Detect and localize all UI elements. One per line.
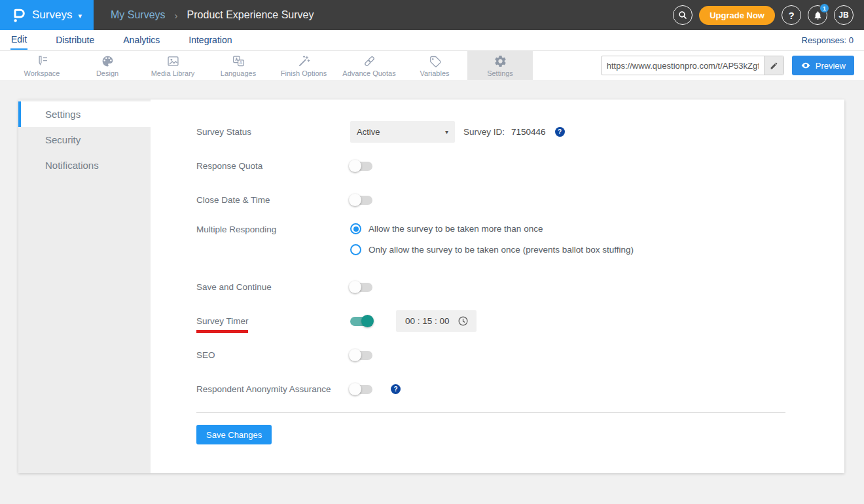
survey-timer-value: 00 : 15 : 00 bbox=[405, 316, 450, 326]
settings-sidebar: Settings Security Notifications bbox=[18, 99, 151, 473]
tag-icon bbox=[428, 54, 442, 68]
search-button[interactable] bbox=[673, 5, 693, 25]
form-divider bbox=[196, 412, 785, 413]
row-save-and-continue: Save and Continue bbox=[196, 276, 844, 298]
toolbar-item-settings[interactable]: Settings bbox=[467, 51, 533, 80]
row-multiple-responding: Multiple Responding Allow the survey to … bbox=[196, 223, 844, 255]
header-actions: Upgrade Now ? 1 JB bbox=[673, 0, 864, 30]
app-switcher[interactable]: Surveys ▾ bbox=[0, 0, 94, 30]
survey-timer-label: Survey Timer bbox=[196, 316, 350, 326]
eye-icon bbox=[801, 60, 811, 71]
toolbar-label: Design bbox=[96, 69, 118, 77]
radio-option-allow-multiple[interactable]: Allow the survey to be taken more than o… bbox=[350, 223, 634, 234]
row-survey-timer: Survey Timer 00 : 15 : 00 bbox=[196, 310, 844, 332]
toolbar-item-advance-quotas[interactable]: Advance Quotas bbox=[336, 51, 402, 80]
notification-count-badge: 1 bbox=[819, 3, 829, 13]
survey-id-meta: Survey ID: 7150446 ? bbox=[463, 127, 565, 137]
survey-status-dropdown[interactable]: Active ▾ bbox=[350, 121, 455, 143]
sidebar-item-settings[interactable]: Settings bbox=[18, 101, 151, 127]
survey-url-input[interactable] bbox=[602, 61, 764, 71]
toolbar-label: Workspace bbox=[24, 69, 60, 77]
search-icon bbox=[677, 10, 688, 20]
radio-option-label: Allow the survey to be taken more than o… bbox=[369, 224, 543, 234]
sidebar-item-notifications[interactable]: Notifications bbox=[18, 153, 151, 178]
survey-timer-duration-field[interactable]: 00 : 15 : 00 bbox=[396, 310, 477, 332]
respondent-anonymity-label: Respondent Anonymity Assurance bbox=[196, 384, 350, 394]
edit-url-button[interactable] bbox=[764, 56, 783, 75]
upgrade-now-button[interactable]: Upgrade Now bbox=[699, 6, 775, 25]
magic-wand-icon bbox=[297, 54, 311, 68]
close-date-label: Close Date & Time bbox=[196, 195, 350, 205]
survey-timer-toggle[interactable] bbox=[350, 317, 372, 326]
pencil-icon bbox=[770, 62, 778, 70]
breadcrumb-my-surveys[interactable]: My Surveys bbox=[111, 9, 166, 21]
row-close-date: Close Date & Time bbox=[196, 189, 844, 211]
toolbar-item-finish-options[interactable]: Finish Options bbox=[271, 51, 336, 80]
responses-count: Responses: 0 bbox=[802, 35, 854, 45]
toolbar-right: Preview bbox=[601, 51, 864, 80]
multiple-responding-label: Multiple Responding bbox=[196, 225, 350, 234]
survey-id-help-icon[interactable]: ? bbox=[555, 127, 565, 137]
question-mark-icon: ? bbox=[788, 10, 794, 21]
preview-button[interactable]: Preview bbox=[792, 56, 854, 75]
response-quota-toggle[interactable] bbox=[350, 162, 372, 171]
survey-status-label: Survey Status bbox=[196, 127, 350, 137]
palette-icon bbox=[101, 54, 115, 68]
survey-id-value: 7150446 bbox=[511, 127, 546, 137]
toolbar-item-variables[interactable]: Variables bbox=[402, 51, 467, 80]
chevron-down-icon: ▾ bbox=[445, 128, 448, 135]
respondent-anonymity-toggle[interactable] bbox=[350, 385, 372, 394]
avatar[interactable]: JB bbox=[834, 5, 854, 25]
toolbar-item-workspace[interactable]: Workspace bbox=[9, 51, 75, 80]
breadcrumb-separator-icon: › bbox=[175, 10, 178, 21]
survey-timer-label-text: Survey Timer bbox=[196, 316, 249, 326]
notifications-button[interactable]: 1 bbox=[808, 5, 827, 25]
save-and-continue-toggle[interactable] bbox=[350, 283, 372, 292]
respondent-anonymity-help-icon[interactable]: ? bbox=[391, 384, 401, 394]
radio-option-only-once[interactable]: Only allow the survey to be taken once (… bbox=[350, 244, 634, 255]
row-seo: SEO bbox=[196, 344, 844, 366]
toolbar-label: Advance Quotas bbox=[342, 69, 395, 77]
seo-label: SEO bbox=[196, 350, 350, 360]
breadcrumb-current-survey: Product Experience Survey bbox=[187, 9, 314, 21]
breadcrumb: My Surveys › Product Experience Survey bbox=[111, 0, 314, 30]
workspace-icon bbox=[35, 54, 49, 68]
sidebar-item-security[interactable]: Security bbox=[18, 127, 151, 153]
toolbar-item-design[interactable]: Design bbox=[75, 51, 140, 80]
sidebar-item-label: Settings bbox=[45, 109, 81, 120]
gear-icon bbox=[494, 54, 507, 68]
questionpro-logo-icon bbox=[12, 7, 26, 24]
tab-integration[interactable]: Integration bbox=[188, 31, 232, 49]
toolbar-label: Variables bbox=[420, 69, 449, 77]
sidebar-item-label: Notifications bbox=[45, 160, 99, 171]
settings-form: Survey Status Active ▾ Survey ID: 715044… bbox=[151, 99, 844, 473]
save-changes-button[interactable]: Save Changes bbox=[196, 425, 272, 444]
chain-link-icon bbox=[363, 54, 376, 68]
red-annotation-underline bbox=[196, 330, 248, 333]
survey-url-box bbox=[601, 56, 784, 75]
tab-edit[interactable]: Edit bbox=[10, 31, 27, 50]
multiple-responding-options: Allow the survey to be taken more than o… bbox=[350, 223, 634, 255]
translate-icon: A bbox=[232, 54, 245, 68]
sidebar-item-label: Security bbox=[45, 134, 81, 145]
image-icon bbox=[166, 54, 180, 68]
response-quota-label: Response Quota bbox=[196, 161, 350, 171]
radio-option-label: Only allow the survey to be taken once (… bbox=[369, 245, 634, 255]
seo-toggle[interactable] bbox=[350, 351, 372, 360]
tab-distribute[interactable]: Distribute bbox=[55, 31, 95, 49]
tab-analytics[interactable]: Analytics bbox=[122, 31, 160, 49]
radio-button[interactable] bbox=[350, 244, 361, 255]
top-header: Surveys ▾ My Surveys › Product Experienc… bbox=[0, 0, 864, 30]
toolbar-item-languages[interactable]: A Languages bbox=[206, 51, 271, 80]
close-date-toggle[interactable] bbox=[350, 196, 372, 205]
svg-text:A: A bbox=[239, 60, 242, 65]
survey-id-label: Survey ID: bbox=[463, 127, 505, 137]
row-survey-status: Survey Status Active ▾ Survey ID: 715044… bbox=[196, 121, 844, 143]
settings-card: Settings Security Notifications Survey S… bbox=[18, 99, 844, 473]
radio-button[interactable] bbox=[350, 223, 361, 234]
preview-label: Preview bbox=[816, 61, 846, 71]
survey-status-value: Active bbox=[357, 127, 380, 137]
save-and-continue-label: Save and Continue bbox=[196, 282, 350, 292]
toolbar-item-media-library[interactable]: Media Library bbox=[140, 51, 206, 80]
help-button[interactable]: ? bbox=[782, 5, 801, 25]
